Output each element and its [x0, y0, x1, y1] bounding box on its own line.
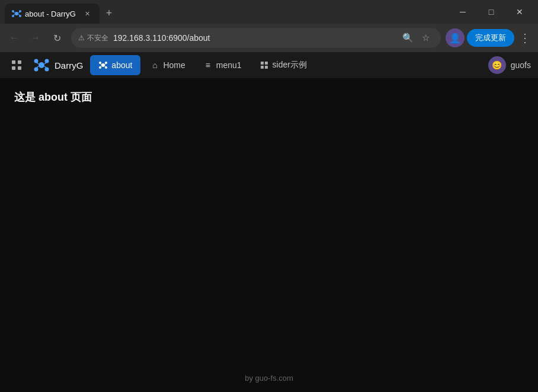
tab-bar: about - DarryG ✕ +: [5, 0, 442, 24]
tab-close-button[interactable]: ✕: [82, 8, 92, 19]
user-section: 😊 guofs: [488, 56, 531, 74]
update-button[interactable]: 完成更新: [467, 29, 514, 47]
svg-line-30: [105, 66, 106, 67]
page-heading: 这是 about 页面: [14, 90, 524, 104]
app-nav: DarryG about: [0, 52, 538, 78]
svg-rect-34: [265, 66, 268, 69]
svg-rect-32: [265, 62, 268, 65]
new-tab-button[interactable]: +: [101, 5, 117, 21]
security-text: 不安全: [87, 33, 108, 43]
refresh-button[interactable]: ↻: [47, 28, 66, 47]
svg-point-22: [101, 63, 105, 67]
nav-item-sider-label: sider示例: [273, 60, 307, 70]
app-logo[interactable]: DarryG: [28, 57, 88, 73]
search-icon-button[interactable]: 🔍: [399, 30, 416, 46]
app-grid-icon[interactable]: [7, 56, 26, 75]
nav-item-menu1-label: menu1: [216, 60, 242, 70]
svg-point-0: [15, 12, 18, 15]
svg-rect-33: [261, 66, 264, 69]
browser-menu-button[interactable]: ⋮: [517, 30, 533, 46]
nav-item-about-label: about: [111, 60, 132, 70]
address-input[interactable]: ⚠ 不安全 192.168.3.110:6900/about 🔍 ☆: [71, 28, 441, 48]
user-avatar[interactable]: 😊: [488, 56, 506, 74]
nav-item-menu1[interactable]: ≡ menu1: [195, 55, 250, 75]
about-icon: [98, 60, 108, 70]
security-indicator[interactable]: ⚠ 不安全: [78, 33, 108, 43]
menu1-icon: ≡: [203, 60, 213, 70]
forward-button[interactable]: →: [26, 28, 45, 47]
svg-line-27: [100, 63, 101, 65]
nav-item-home-label: Home: [163, 60, 185, 70]
warning-icon: ⚠: [78, 34, 85, 42]
active-tab[interactable]: about - DarryG ✕: [5, 4, 100, 24]
close-button[interactable]: ✕: [506, 2, 533, 21]
profile-avatar: 👤: [449, 33, 461, 44]
tab-favicon: [12, 9, 21, 18]
sider-icon: [260, 60, 269, 70]
title-bar: about - DarryG ✕ + ─ □ ✕: [0, 0, 538, 24]
address-actions: 🔍 ☆: [399, 30, 434, 46]
back-button[interactable]: ←: [5, 28, 24, 47]
svg-rect-11: [12, 66, 15, 70]
svg-line-28: [105, 63, 106, 65]
page-footer: by guo-fs.com: [245, 374, 293, 383]
minimize-button[interactable]: ─: [449, 2, 476, 21]
browser-window: about - DarryG ✕ + ─ □ ✕ ← → ↻ ⚠ 不安全 192…: [0, 0, 538, 392]
home-icon: ⌂: [150, 60, 159, 70]
window-controls: ─ □ ✕: [449, 2, 533, 21]
maximize-button[interactable]: □: [478, 2, 505, 21]
user-name[interactable]: guofs: [511, 60, 531, 70]
url-text: 192.168.3.110:6900/about: [113, 33, 395, 43]
app-name: DarryG: [55, 60, 83, 70]
nav-item-home[interactable]: ⌂ Home: [142, 55, 193, 75]
page-content: 这是 about 页面 by guo-fs.com: [0, 78, 538, 392]
svg-rect-10: [18, 60, 21, 64]
nav-item-about[interactable]: about: [90, 55, 140, 75]
profile-button[interactable]: 👤: [446, 28, 465, 47]
nav-item-sider[interactable]: sider示例: [251, 55, 315, 75]
nav-items: about ⌂ Home ≡ menu1 sider: [90, 55, 485, 75]
bookmark-button[interactable]: ☆: [417, 30, 434, 46]
svg-point-13: [39, 62, 44, 68]
tab-title: about - DarryG: [25, 9, 78, 18]
address-bar: ← → ↻ ⚠ 不安全 192.168.3.110:6900/about 🔍 ☆…: [0, 24, 538, 52]
svg-line-29: [100, 66, 101, 67]
svg-rect-31: [261, 62, 264, 65]
svg-rect-12: [18, 66, 21, 70]
svg-rect-9: [12, 60, 15, 64]
